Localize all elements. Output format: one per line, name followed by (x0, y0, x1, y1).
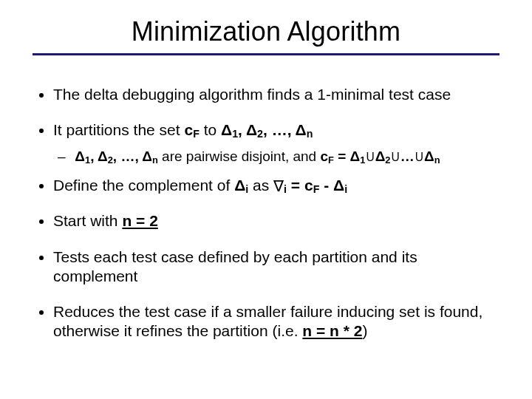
u-delta-2: Δ (375, 149, 386, 164)
b3-eq: = (287, 177, 304, 194)
u-sub-2: 2 (385, 154, 390, 165)
union-2: U (392, 151, 400, 163)
s-sub-n: n (152, 154, 158, 165)
s-delta-1: Δ (75, 149, 85, 164)
bullet-5-text: Tests each test case defined by each par… (53, 248, 417, 284)
c-sub-f: F (193, 128, 200, 140)
union-1: U (366, 151, 374, 163)
slide-title: Minimization Algorithm (33, 16, 499, 47)
bullet-3-mid: as (248, 177, 273, 194)
s-delta-2: Δ (98, 149, 108, 164)
s-ellipsis: , …, (113, 149, 142, 164)
u-delta-n: Δ (424, 149, 434, 164)
bullet-4-eq: n = 2 (122, 212, 157, 229)
bullet-2-pre: It partitions the set (53, 121, 184, 138)
s-sub-2: 2 (108, 154, 113, 165)
b3-delta: Δ (234, 177, 245, 194)
delta-1: Δ (221, 121, 232, 138)
s-eq: = (334, 149, 350, 164)
title-block: Minimization Algorithm (33, 16, 499, 55)
s-sep-1: , (90, 149, 98, 164)
bullet-6-pre: Reduces the test case if a smaller failu… (53, 303, 482, 339)
bullet-4-pre: Start with (53, 212, 122, 229)
bullet-6-post: ) (362, 322, 367, 339)
u-sub-n: n (434, 154, 440, 165)
b3-sub-i-2: i (344, 183, 347, 195)
c-letter: c (184, 121, 193, 138)
delta-n: Δ (296, 121, 307, 138)
union-3: U (415, 151, 423, 163)
title-underline (33, 53, 499, 55)
bullet-1-text: The delta debugging algorithm finds a 1-… (53, 86, 451, 103)
delta-2: Δ (246, 121, 257, 138)
nabla-icon: ∇ (273, 177, 284, 194)
sub-1: 1 (232, 128, 238, 140)
sub-bullet-1: Δ1, Δ2, …, Δn are pairwise disjoint, and… (71, 148, 499, 166)
sub-bullet-list: Δ1, Δ2, …, Δn are pairwise disjoint, and… (53, 148, 499, 166)
sub-2: 2 (257, 128, 263, 140)
s-c-sub: F (328, 154, 334, 165)
u-delta-1: Δ (350, 149, 361, 164)
bullet-1: The delta debugging algorithm finds a 1-… (53, 85, 499, 104)
s-c: c (320, 149, 328, 164)
bullet-3: Define the complement of Δi as ∇i = cF -… (53, 176, 499, 195)
u-sub-1: 1 (360, 154, 365, 165)
s-delta-n: Δ (142, 149, 152, 164)
slide: Minimization Algorithm The delta debuggi… (0, 0, 532, 399)
b3-minus: - (319, 177, 333, 194)
bullet-6: Reduces the test case if a smaller failu… (53, 302, 499, 341)
bullet-4: Start with n = 2 (53, 211, 499, 231)
sub-bullet-1-pre: are pairwise disjoint, and (162, 149, 320, 164)
bullet-5: Tests each test case defined by each par… (53, 248, 499, 287)
bullet-2: It partitions the set cF to Δ1, Δ2, …, Δ… (53, 120, 499, 166)
b3-delta-2: Δ (333, 177, 344, 194)
bullet-3-pre: Define the complement of (53, 177, 234, 194)
ellipsis-1: , …, (263, 121, 296, 138)
bullet-2-mid: to (200, 121, 221, 138)
b3-c: c (304, 177, 313, 194)
u-ellipsis: … (400, 149, 415, 164)
bullet-6-eq: n = n * 2 (302, 322, 362, 339)
bullet-list: The delta debugging algorithm finds a 1-… (33, 85, 499, 341)
sep-1: , (238, 121, 246, 138)
sub-n: n (307, 128, 313, 140)
